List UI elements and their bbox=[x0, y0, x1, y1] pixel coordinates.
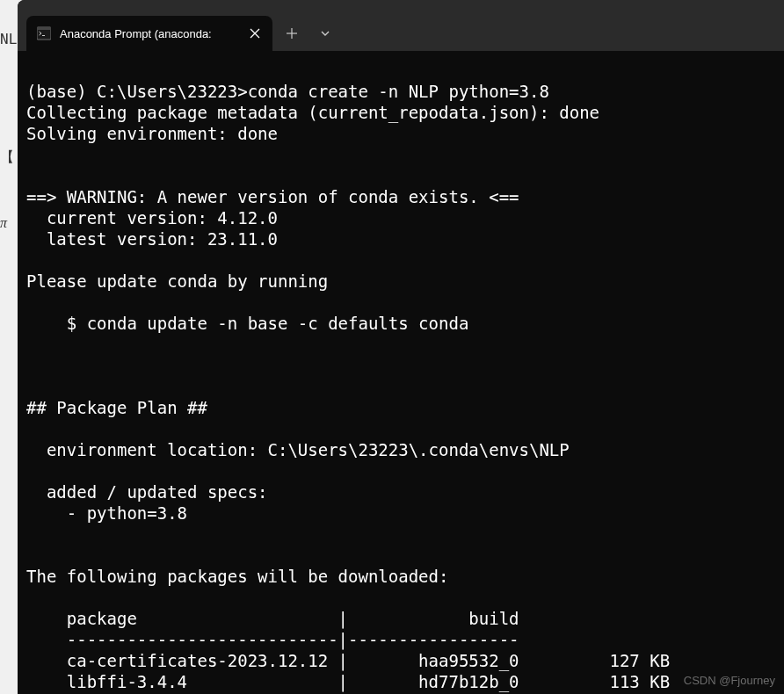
bg-text-1: NL bbox=[0, 31, 18, 47]
terminal-output[interactable]: (base) C:\Users\23223>conda create -n NL… bbox=[18, 51, 784, 694]
titlebar-actions bbox=[276, 16, 341, 51]
terminal-icon bbox=[37, 26, 51, 40]
tab-title: Anaconda Prompt (anaconda: bbox=[60, 27, 237, 40]
tab-dropdown-button[interactable] bbox=[309, 18, 341, 49]
tab-active[interactable]: Anaconda Prompt (anaconda: bbox=[26, 16, 272, 51]
terminal-window: Anaconda Prompt (anaconda: bbox=[18, 0, 784, 694]
svg-rect-1 bbox=[37, 27, 51, 30]
chevron-down-icon bbox=[320, 25, 330, 42]
watermark: CSDN @Fjourney bbox=[684, 674, 775, 687]
bg-text-2: 【 bbox=[0, 148, 18, 167]
titlebar: Anaconda Prompt (anaconda: bbox=[18, 0, 784, 51]
new-tab-button[interactable] bbox=[276, 18, 308, 49]
bg-text-3: π bbox=[0, 215, 18, 231]
close-icon[interactable] bbox=[246, 25, 264, 42]
background-text: NL 【 π bbox=[0, 0, 18, 694]
